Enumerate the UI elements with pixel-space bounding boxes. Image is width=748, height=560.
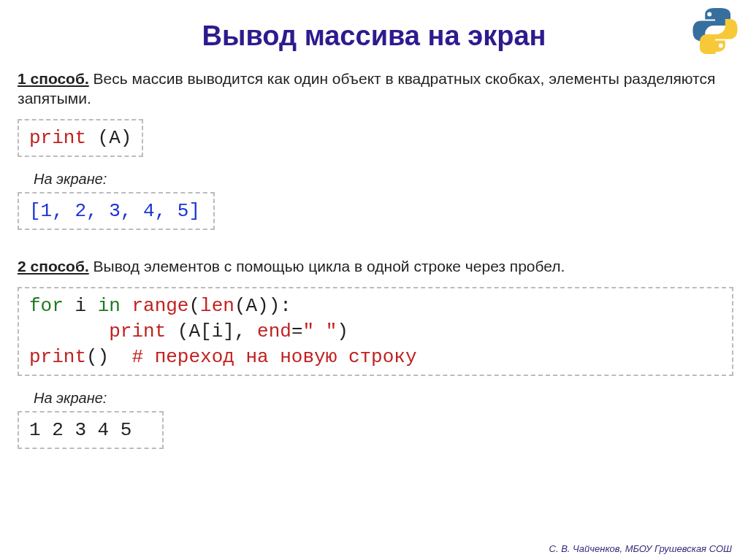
method2-heading: 2 способ. [18, 258, 89, 275]
method2-text: Вывод элементов с помощью цикла в одной … [89, 258, 565, 275]
method1-text: Весь массив выводится как один объект в … [18, 70, 715, 107]
slide-footer: С. В. Чайченков, МБОУ Грушевская СОШ [549, 543, 732, 554]
code-block-2: for i in range(len(A)): print (A[i], end… [18, 287, 733, 376]
output-block-1: [1, 2, 3, 4, 5] [18, 192, 215, 230]
python-logo-icon [691, 6, 739, 54]
output-block-2: 1 2 3 4 5 [18, 411, 164, 449]
code-block-1: print (A) [18, 119, 143, 157]
method2-paragraph: 2 способ. Вывод элементов с помощью цикл… [18, 257, 730, 277]
method1-heading: 1 способ. [18, 70, 89, 87]
slide-title: Вывод массива на экран [18, 20, 730, 52]
method1-paragraph: 1 способ. Весь массив выводится как один… [18, 69, 730, 109]
output-label-2: На экране: [34, 390, 730, 407]
output-label-1: На экране: [34, 171, 730, 188]
